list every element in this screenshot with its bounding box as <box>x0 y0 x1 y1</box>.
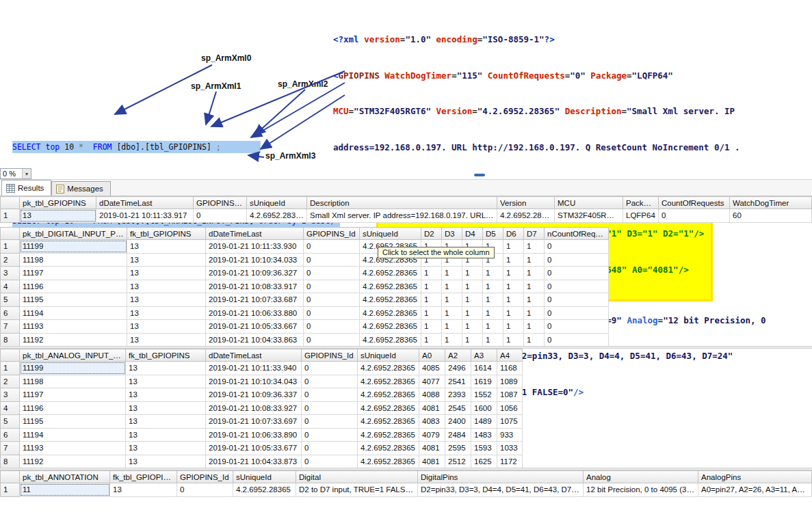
grid-cell[interactable]: 1 <box>524 267 545 280</box>
results-grid-digital-input-pins[interactable]: pk_tbl_DIGITAL_INPUT_PINSfk_tbl_GPIOPINS… <box>0 227 609 347</box>
grid-cell[interactable]: 13 <box>126 388 206 402</box>
grid-cell[interactable]: 4.2.6952.28365 <box>358 415 419 429</box>
grid-cell[interactable]: 1056 <box>497 401 523 415</box>
grid-cell[interactable]: 1 <box>503 320 524 334</box>
grid-cell[interactable]: 2019-01-21 10:05:33.667 <box>206 320 304 334</box>
grid-cell[interactable]: 1 <box>462 306 483 320</box>
grid-cell[interactable]: 4.2.6952.28365 <box>360 293 421 307</box>
grid-cell[interactable]: 60 <box>730 209 812 223</box>
row-number-cell[interactable]: 2 <box>1 253 20 267</box>
column-header[interactable]: pk_tbl_DIGITAL_INPUT_PINS <box>20 228 127 240</box>
grid-corner-cell[interactable] <box>1 197 20 209</box>
grid-cell[interactable]: 13 <box>126 442 206 455</box>
grid-cell[interactable]: 0 <box>304 253 360 267</box>
grid-cell[interactable]: 11198 <box>20 375 126 388</box>
column-header[interactable]: sUniqueId <box>233 471 296 483</box>
grid-cell[interactable]: 2019-01-21 10:11:33.917 <box>96 209 194 223</box>
grid-cell[interactable]: 11197 <box>20 388 126 402</box>
grid-cell[interactable]: 11194 <box>20 306 127 320</box>
grid-cell[interactable]: 4081 <box>419 442 445 455</box>
grid-cell[interactable]: 1 <box>442 280 462 293</box>
column-header[interactable]: pk_tbl_ANNOTATION <box>20 471 110 483</box>
column-header[interactable]: GPIOPINS_Id <box>194 197 247 209</box>
grid-cell[interactable]: 2019-01-21 10:11:33.940 <box>206 362 302 375</box>
grid-cell[interactable]: 1 <box>442 293 462 307</box>
row-number-cell[interactable]: 1 <box>1 362 20 375</box>
grid-cell[interactable]: 1 <box>524 240 545 254</box>
grid-cell[interactable]: 1 <box>503 293 524 307</box>
grid-cell[interactable]: 13 <box>126 428 206 442</box>
grid-cell[interactable]: 1075 <box>497 415 523 429</box>
grid-cell[interactable]: 13 <box>127 253 206 267</box>
grid-cell[interactable]: 0 <box>545 333 609 347</box>
grid-cell[interactable]: 1 <box>442 306 462 320</box>
column-header[interactable]: pk_tbl_ANALOG_INPUT_PINS <box>20 349 126 362</box>
grid-cell[interactable]: 11198 <box>20 253 127 267</box>
grid-cell[interactable]: 2393 <box>445 388 471 402</box>
grid-cell[interactable]: 13 <box>126 455 206 468</box>
column-header[interactable]: A4 <box>497 349 523 362</box>
row-number-cell[interactable]: 4 <box>1 401 20 415</box>
grid-cell[interactable]: 2512 <box>445 455 471 468</box>
grid-cell[interactable]: 13 <box>127 240 206 254</box>
grid-cell[interactable]: 4.2.6952.28365 <box>360 333 421 347</box>
column-header[interactable]: WatchDogTimer <box>730 197 812 209</box>
grid-cell[interactable]: 4088 <box>419 388 445 402</box>
grid-cell[interactable]: 4081 <box>419 401 445 415</box>
column-header[interactable]: GPIOPINS_Id <box>302 349 358 362</box>
grid-cell[interactable]: 0 <box>545 293 609 307</box>
grid-cell[interactable]: 0 <box>304 293 360 307</box>
grid-cell[interactable]: 1 <box>421 306 442 320</box>
grid-cell[interactable]: 2019-01-21 10:07:33.687 <box>206 293 304 307</box>
grid-cell[interactable]: LQFP64 <box>623 209 659 223</box>
grid-cell[interactable]: 11197 <box>20 267 127 280</box>
grid-cell[interactable]: 1 <box>462 333 483 347</box>
grid-cell[interactable]: 2484 <box>445 428 471 442</box>
grid-cell[interactable]: 4.2.6952.28365 <box>360 267 421 280</box>
grid-corner-cell[interactable] <box>1 228 20 240</box>
grid-cell[interactable]: 1 <box>442 320 462 334</box>
grid-cell[interactable]: 13 <box>127 306 206 320</box>
grid-cell[interactable]: 0 <box>304 240 360 254</box>
grid-cell[interactable]: 1087 <box>497 388 523 402</box>
grid-cell[interactable]: 1 <box>483 320 503 334</box>
row-number-cell[interactable]: 1 <box>1 483 20 497</box>
grid-cell[interactable]: 0 <box>302 362 358 375</box>
grid-cell[interactable]: 2019-01-21 10:06:33.880 <box>206 306 304 320</box>
grid-cell[interactable]: 11193 <box>20 320 127 334</box>
grid-cell[interactable]: 0 <box>545 280 609 293</box>
row-number-cell[interactable]: 4 <box>1 280 20 293</box>
grid-cell[interactable]: 4.2.6952.28365 <box>360 306 421 320</box>
results-grid-analog-input-pins[interactable]: pk_tbl_ANALOG_INPUT_PINSfk_tbl_GPIOPINSd… <box>0 349 523 468</box>
zoom-percent-combo[interactable]: 0 % ▾ <box>0 168 31 179</box>
grid-cell[interactable]: D2 to D7 input, TRUE=1 FALSE=0 <box>296 483 418 497</box>
row-number-cell[interactable]: 3 <box>1 267 20 280</box>
grid-cell[interactable]: 1 <box>503 240 524 254</box>
tab-messages[interactable]: Messages <box>51 181 110 196</box>
grid-cell[interactable]: 1 <box>462 320 483 334</box>
grid-cell[interactable]: 4081 <box>419 455 445 468</box>
grid-cell[interactable]: 0 <box>194 209 247 223</box>
grid-cell[interactable]: 4.2.6952.28365 <box>358 375 419 388</box>
column-header[interactable]: CountOfRequests <box>659 197 730 209</box>
column-header[interactable]: pk_tbl_GPIOPINS <box>20 197 96 209</box>
column-header[interactable]: dDateTimeLast <box>206 349 302 362</box>
grid-cell[interactable]: 1 <box>483 267 503 280</box>
column-header[interactable]: Version <box>497 197 555 209</box>
grid-cell[interactable]: 13 <box>126 415 206 429</box>
grid-cell[interactable]: 2019-01-21 10:05:33.677 <box>206 442 302 455</box>
grid-cell[interactable]: 0 <box>302 415 358 429</box>
row-number-cell[interactable]: 2 <box>1 375 20 388</box>
grid-cell[interactable]: 11199 <box>20 362 126 375</box>
grid-cell[interactable]: 2019-01-21 10:07:33.697 <box>206 415 302 429</box>
grid-cell[interactable]: 2019-01-21 10:09:36.327 <box>206 267 304 280</box>
grid-cell[interactable]: 2019-01-21 10:08:33.927 <box>206 401 302 415</box>
grid-cell[interactable]: 1 <box>483 306 503 320</box>
column-header[interactable]: dDateTimeLast <box>206 228 304 240</box>
grid-cell[interactable]: 1 <box>442 267 462 280</box>
column-header[interactable]: A0 <box>419 349 445 362</box>
grid-cell[interactable]: 1625 <box>471 455 497 468</box>
column-header[interactable]: GPIOPINS_Id <box>304 228 360 240</box>
grid-cell[interactable]: 11196 <box>20 401 126 415</box>
column-header[interactable]: GPIOPINS_Id <box>177 471 233 483</box>
